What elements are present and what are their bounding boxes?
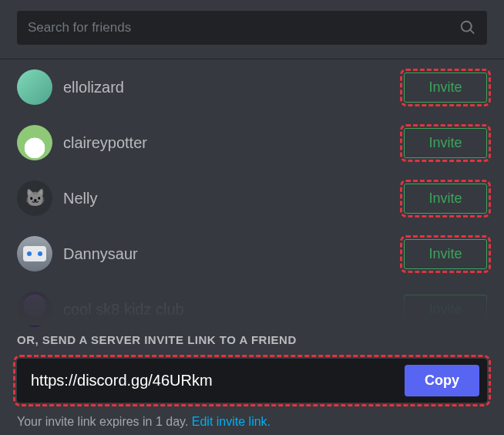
avatar: 🐱 bbox=[17, 180, 52, 216]
search-input[interactable] bbox=[28, 20, 459, 35]
friend-name: cool sk8 kidz club bbox=[63, 301, 393, 319]
copy-button[interactable]: Copy bbox=[405, 365, 479, 396]
expire-message: Your invite link expires in 1 day. bbox=[17, 415, 192, 428]
avatar bbox=[17, 69, 52, 105]
invite-link-input[interactable] bbox=[31, 372, 405, 389]
invite-link-section: OR, SEND A SERVER INVITE LINK TO A FRIEN… bbox=[0, 327, 504, 435]
invite-link-box: Copy bbox=[17, 359, 487, 403]
or-send-label: OR, SEND A SERVER INVITE LINK TO A FRIEN… bbox=[17, 333, 487, 346]
invite-button[interactable]: Invite bbox=[404, 295, 487, 325]
avatar bbox=[17, 292, 52, 327]
search-icon bbox=[459, 19, 476, 36]
invite-button[interactable]: Invite bbox=[404, 128, 487, 158]
invite-button[interactable]: Invite bbox=[404, 239, 487, 269]
invite-button[interactable]: Invite bbox=[404, 72, 487, 103]
friend-row: claireypotterInvite bbox=[17, 115, 487, 170]
avatar bbox=[17, 125, 52, 160]
expire-text: Your invite link expires in 1 day. Edit … bbox=[17, 415, 487, 429]
search-bar[interactable] bbox=[17, 11, 487, 45]
friend-row: DannysaurInvite bbox=[17, 226, 487, 282]
friend-list: ellolizardInviteclaireypotterInvite🐱Nell… bbox=[0, 59, 504, 337]
friend-name: claireypotter bbox=[63, 134, 393, 152]
edit-invite-link[interactable]: Edit invite link. bbox=[192, 415, 270, 428]
friend-row: ellolizardInvite bbox=[17, 59, 487, 115]
avatar bbox=[17, 236, 52, 271]
invite-button[interactable]: Invite bbox=[404, 184, 487, 214]
search-bar-container bbox=[0, 0, 504, 59]
friend-name: Dannysaur bbox=[63, 245, 393, 263]
friend-row: 🐱NellyInvite bbox=[17, 170, 487, 226]
friend-name: Nelly bbox=[63, 190, 393, 207]
friend-name: ellolizard bbox=[63, 79, 393, 96]
